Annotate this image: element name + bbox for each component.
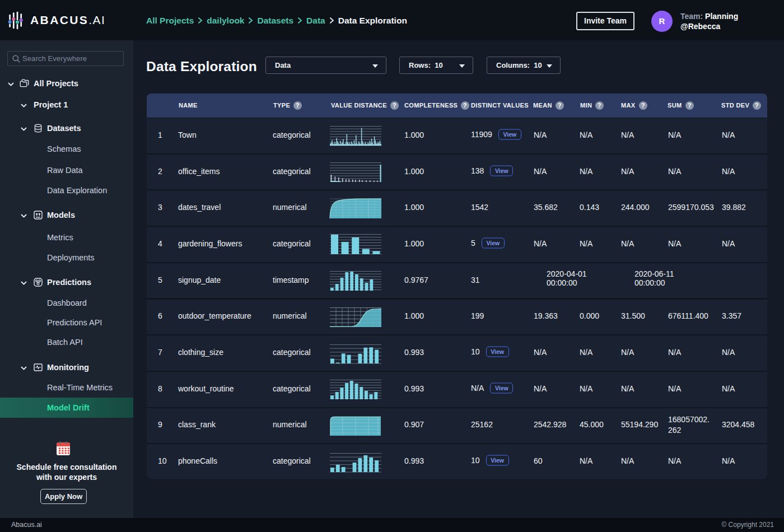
svg-text:?: ? [755,102,759,109]
svg-text:?: ? [641,102,645,109]
svg-text:?: ? [463,102,467,109]
svg-text:?: ? [688,102,692,109]
svg-text:?: ? [598,102,601,109]
svg-text:?: ? [558,102,562,109]
svg-text:?: ? [393,102,396,109]
svg-text:?: ? [296,102,300,109]
